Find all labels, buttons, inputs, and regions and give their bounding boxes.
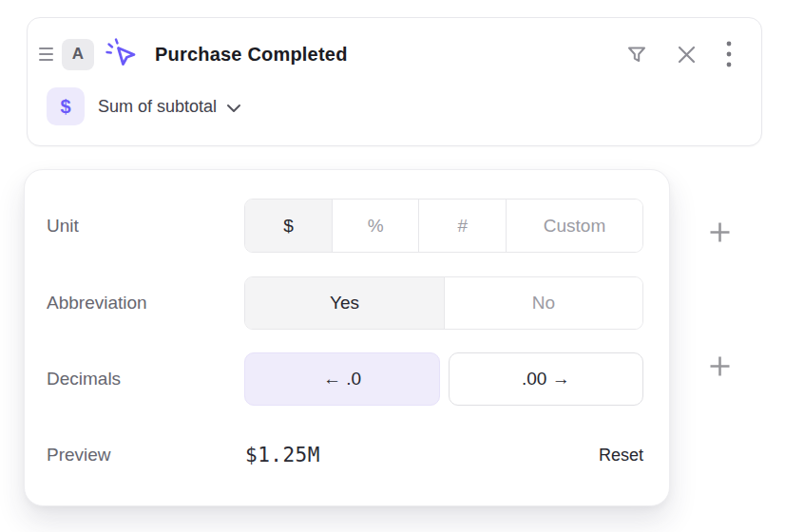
more-menu-icon[interactable] — [725, 39, 733, 69]
format-popover: Unit $ % # Custom Abbreviation Yes No De… — [24, 169, 670, 506]
preview-row: Preview $1.25M Reset — [47, 432, 643, 478]
decimals-label: Decimals — [47, 369, 244, 390]
drag-handle-icon[interactable] — [39, 48, 53, 61]
add-segment-button[interactable] — [709, 355, 731, 377]
event-title[interactable]: Purchase Completed — [155, 44, 348, 66]
chevron-down-icon[interactable] — [226, 104, 241, 113]
abbreviation-label: Abbreviation — [47, 293, 244, 314]
close-icon[interactable] — [676, 44, 698, 66]
abbreviation-segmented-control: Yes No — [244, 276, 643, 330]
unit-option-dollar[interactable]: $ — [245, 200, 332, 252]
filter-icon[interactable] — [625, 43, 648, 66]
decimals-decrease-button[interactable]: ← .0 — [244, 352, 439, 406]
event-row-badge: A — [62, 39, 94, 70]
decimals-controls: ← .0 .00 → — [244, 352, 643, 406]
abbreviation-option-yes[interactable]: Yes — [245, 277, 443, 329]
unit-option-custom[interactable]: Custom — [506, 200, 642, 252]
metric-label[interactable]: Sum of subtotal — [98, 97, 217, 117]
decimals-row: Decimals ← .0 .00 → — [47, 352, 643, 406]
decimals-increase-button[interactable]: .00 → — [449, 352, 643, 406]
abbreviation-row: Abbreviation Yes No — [47, 276, 643, 330]
event-header-row: A Purchase Completed — [33, 33, 733, 75]
preview-label: Preview — [47, 445, 245, 466]
unit-segmented-control: $ % # Custom — [244, 199, 643, 253]
unit-option-percent[interactable]: % — [332, 200, 419, 252]
reset-button[interactable]: Reset — [599, 446, 643, 466]
metric-row[interactable]: $ Sum of subtotal — [47, 87, 761, 125]
event-card: A Purchase Completed — [27, 17, 762, 146]
add-event-button[interactable] — [709, 221, 731, 243]
metric-unit-icon: $ — [47, 87, 85, 125]
unit-row: Unit $ % # Custom — [47, 199, 643, 253]
preview-value: $1.25M — [245, 444, 599, 466]
unit-label: Unit — [47, 216, 244, 237]
click-event-icon — [105, 36, 141, 72]
abbreviation-option-no[interactable]: No — [444, 277, 642, 329]
unit-option-number[interactable]: # — [418, 200, 506, 252]
